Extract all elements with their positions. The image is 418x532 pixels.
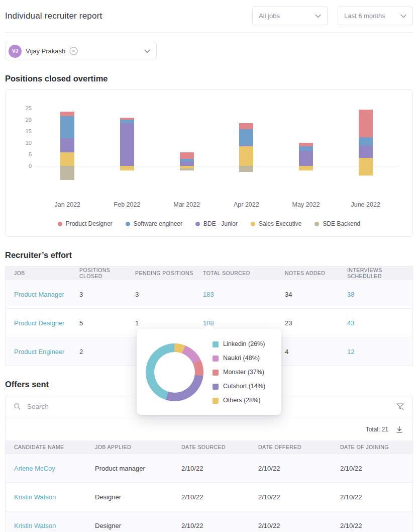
chart-plot: 2520151050: [38, 104, 395, 194]
chart-legend: Product DesignerSoftware engineerBDE - J…: [16, 220, 402, 227]
bar-segment-product-designer[interactable]: [299, 143, 313, 146]
jobs-filter-select[interactable]: All jobs: [252, 7, 328, 25]
bar-segment-bde-junior[interactable]: [239, 145, 253, 146]
bar-segment-software-engineer[interactable]: [359, 137, 373, 145]
bar-segment-product-designer[interactable]: [120, 118, 134, 120]
bar-segment-product-designer[interactable]: [60, 112, 74, 116]
bar-segment-sde-backend[interactable]: [60, 166, 74, 180]
column-header: PENDING POSITIONS: [135, 270, 203, 276]
total-sourced-link[interactable]: 183: [203, 291, 285, 298]
effort-head: JOBPOSITIONS CLOSEDPENDING POSITIONSTOTA…: [6, 267, 412, 280]
popover-legend-item: Linkedin (26%): [213, 340, 265, 348]
total-count: Total: 21: [366, 426, 388, 433]
remove-recruiter-icon[interactable]: [69, 47, 78, 55]
interviews-scheduled-link[interactable]: 12: [347, 348, 412, 356]
bar-segment-sales-executive[interactable]: [359, 158, 373, 175]
candidate-link[interactable]: Kristin Watson: [14, 522, 95, 529]
date-of-joining-cell: 2/10/22: [340, 493, 412, 501]
notes-added-cell: 34: [285, 291, 347, 298]
bar-segment-software-engineer[interactable]: [180, 159, 194, 161]
x-axis-label: June 2022: [351, 201, 380, 208]
recruiter-select[interactable]: VJ Vijay Prakash: [5, 42, 157, 60]
total-sourced-link[interactable]: 108: [203, 319, 285, 327]
recruiter-name: Vijay Prakash: [26, 47, 65, 55]
bar-segment-bde-junior[interactable]: [359, 145, 373, 158]
bar-segment-product-designer[interactable]: [239, 123, 253, 129]
job-link[interactable]: Product Engineer: [14, 348, 79, 356]
column-header: NOTES ADDED: [285, 270, 347, 276]
chevron-down-icon: [315, 14, 321, 18]
chevron-down-icon: [400, 14, 406, 18]
legend-dot: [195, 222, 200, 226]
bar-segment-sde-backend[interactable]: [239, 166, 253, 172]
bar-segment-sales-executive[interactable]: [120, 166, 134, 170]
column-header: TOTAL SOURCED: [203, 270, 285, 276]
period-filter-select[interactable]: Last 6 months: [338, 7, 413, 25]
pending-positions-cell: 3: [135, 291, 203, 298]
bar-segment-sales-executive[interactable]: [180, 166, 194, 168]
legend-item: Sales Executive: [251, 220, 301, 227]
table-row: Arlene McCoyProduct manager2/10/222/10/2…: [6, 454, 412, 482]
positions-closed-cell: 5: [79, 319, 135, 327]
bar-segment-bde-junior[interactable]: [120, 123, 134, 166]
x-axis-label: Mar 2022: [173, 201, 200, 208]
popover-legend-label: Others (28%): [223, 397, 260, 404]
candidate-link[interactable]: Arlene McCoy: [14, 465, 95, 472]
bar-segment-sde-backend[interactable]: [180, 168, 194, 171]
bar-segment-bde-junior[interactable]: [60, 138, 74, 152]
table-row: Kristin WatsonDesigner2/10/222/10/222/10…: [6, 511, 412, 532]
table-row: Kristin WatsonDesigner2/10/222/10/222/10…: [6, 482, 412, 511]
bar-segment-software-engineer[interactable]: [239, 129, 253, 145]
y-axis-tick: 10: [18, 139, 32, 146]
bar-segment-product-designer[interactable]: [359, 110, 373, 137]
period-filter-value: Last 6 months: [344, 12, 385, 20]
date-sourced-cell: 2/10/22: [181, 493, 258, 501]
bar-segment-bde-junior[interactable]: [299, 151, 313, 166]
legend-item: SDE Backend: [315, 220, 360, 227]
column-header: CANDIDATE NAME: [14, 444, 95, 450]
legend-item: BDE - Junior: [195, 220, 238, 227]
bar-segment-software-engineer[interactable]: [299, 146, 313, 151]
bar-segment-product-designer[interactable]: [180, 152, 194, 159]
y-axis-tick: 15: [18, 128, 32, 135]
legend-dot: [251, 222, 255, 226]
bar-segment-software-engineer[interactable]: [60, 116, 74, 138]
popover-legend-item: Monster (37%): [213, 369, 265, 376]
popover-legend-item: Naukri (48%): [213, 354, 265, 362]
job-link[interactable]: Product Designer: [14, 319, 79, 327]
bar-segment-sales-executive[interactable]: [60, 152, 74, 166]
bar-segment-sales-executive[interactable]: [299, 166, 313, 170]
sourcing-breakdown-popover: Linkedin (26%)Naukri (48%)Monster (37%)C…: [137, 329, 281, 415]
interviews-scheduled-link[interactable]: 43: [347, 319, 412, 327]
effort-section-title: Recruiter’s effort: [5, 250, 413, 260]
legend-label: Software engineer: [134, 220, 182, 227]
legend-swatch: [213, 341, 219, 347]
bar-segment-software-engineer[interactable]: [120, 120, 134, 123]
download-icon[interactable]: [395, 425, 403, 433]
legend-label: Product Designer: [66, 220, 113, 227]
job-applied-cell: Designer: [95, 522, 181, 529]
y-axis-tick: 0: [18, 162, 32, 169]
legend-item: Product Designer: [58, 220, 113, 227]
search-icon: [14, 403, 21, 410]
bar-segment-bde-junior[interactable]: [180, 161, 194, 166]
job-link[interactable]: Product Manager: [14, 291, 79, 298]
bar-segment-sales-executive[interactable]: [239, 146, 253, 166]
interviews-scheduled-link[interactable]: 38: [347, 291, 412, 298]
filter-icon[interactable]: [396, 402, 404, 411]
popover-legend-label: Linkedin (26%): [223, 340, 265, 348]
legend-item: Software engineer: [126, 220, 182, 227]
legend-swatch: [213, 356, 219, 362]
legend-dot: [126, 222, 130, 226]
notes-added-cell: 4: [285, 348, 347, 356]
legend-dot: [315, 222, 319, 226]
column-header: DATE OFFERED: [258, 444, 340, 450]
chart-xlabels: Jan 2022Feb 2022Mar 2022Apr 2022May 2022…: [38, 201, 395, 209]
candidate-link[interactable]: Kristin Watson: [14, 493, 95, 501]
column-header: INTERVIEWS SCHEDULED: [347, 267, 412, 279]
recruiter-chip: VJ Vijay Prakash: [9, 45, 78, 58]
job-applied-cell: Designer: [95, 493, 181, 501]
x-axis-label: Feb 2022: [114, 201, 141, 208]
date-offered-cell: 2/10/22: [258, 465, 340, 472]
popover-legend-item: Cutshort (14%): [213, 383, 265, 390]
